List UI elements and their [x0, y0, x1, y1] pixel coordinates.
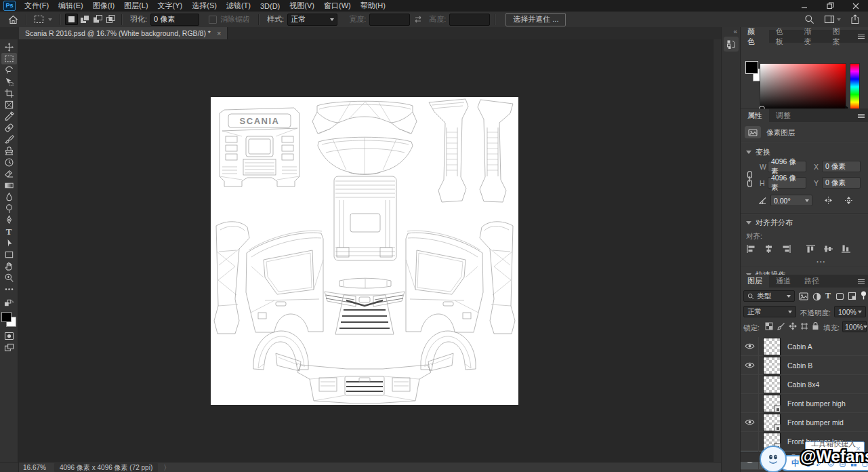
x-value-input[interactable]: 0 像素: [822, 161, 861, 172]
pen-tool[interactable]: [1, 214, 17, 226]
tab-color[interactable]: 颜色: [741, 30, 769, 43]
menu-type[interactable]: 文字(Y): [153, 0, 188, 12]
minimize-button[interactable]: [799, 1, 810, 11]
canvas-vertical-scrollbar[interactable]: [713, 39, 721, 462]
width-value-input[interactable]: 4096 像素: [768, 161, 806, 172]
tab-patterns[interactable]: 图案: [825, 30, 854, 43]
layers-panel-menu-button[interactable]: [854, 275, 868, 288]
layer-thumbnail[interactable]: [763, 338, 781, 355]
lock-artboard-icon[interactable]: [800, 322, 808, 330]
restore-button[interactable]: [825, 1, 835, 11]
rectangle-tool[interactable]: [1, 249, 17, 260]
lasso-tool[interactable]: [1, 64, 17, 76]
preset-chevron-icon[interactable]: [48, 18, 52, 21]
visibility-toggle[interactable]: [741, 337, 759, 355]
blend-mode-dropdown[interactable]: 正常: [743, 306, 796, 317]
color-panel-menu-button[interactable]: [854, 30, 868, 43]
layer-thumbnail[interactable]: [763, 395, 781, 412]
align-more-button[interactable]: ···: [817, 258, 826, 266]
lock-pixels-icon[interactable]: [777, 322, 785, 330]
style-dropdown[interactable]: 正常: [287, 14, 337, 26]
align-section-header[interactable]: 对齐并分布: [746, 218, 793, 228]
document-canvas-image[interactable]: SCANIA: [211, 97, 518, 405]
tab-gradients[interactable]: 渐变: [798, 30, 826, 43]
menu-view[interactable]: 视图(V): [285, 0, 319, 12]
flip-horizontal-icon[interactable]: [823, 196, 833, 205]
align-center-vertical-icon[interactable]: [823, 244, 833, 254]
menu-help[interactable]: 帮助(H): [356, 0, 390, 12]
tab-channels[interactable]: 通道: [769, 275, 798, 288]
ime-logo[interactable]: [760, 446, 787, 472]
menu-image[interactable]: 图像(I): [88, 0, 119, 12]
filter-type-layers-icon[interactable]: T: [825, 291, 831, 301]
zoom-tool[interactable]: [1, 272, 17, 283]
select-and-mask-button[interactable]: 选择并遮住 ...: [505, 13, 566, 26]
selection-mode-subtract[interactable]: [91, 14, 104, 25]
home-button[interactable]: [5, 14, 21, 25]
tab-properties[interactable]: 属性: [741, 109, 769, 122]
swap-dimensions-button[interactable]: [410, 14, 426, 25]
tab-paths[interactable]: 路径: [798, 275, 826, 288]
eraser-tool[interactable]: [1, 168, 17, 180]
brush-tool[interactable]: [1, 134, 17, 145]
saturation-brightness-field[interactable]: [760, 63, 846, 111]
visibility-toggle[interactable]: [741, 394, 759, 412]
menu-window[interactable]: 窗口(W): [319, 0, 356, 12]
layer-filter-kind-dropdown[interactable]: 类型: [743, 290, 795, 302]
crop-tool[interactable]: [1, 87, 17, 99]
panel-foreground-swatch[interactable]: [745, 61, 758, 74]
tab-close-icon[interactable]: ×: [217, 29, 221, 37]
menu-select[interactable]: 选择(S): [187, 0, 222, 12]
align-right-icon[interactable]: [781, 244, 791, 254]
tab-swatches[interactable]: 色板: [769, 30, 798, 43]
visibility-toggle[interactable]: [741, 413, 759, 431]
lock-transparent-icon[interactable]: [765, 322, 773, 330]
align-bottom-icon[interactable]: [841, 244, 851, 254]
hue-slider[interactable]: [850, 63, 860, 111]
close-window-button[interactable]: [850, 1, 861, 11]
menu-layer[interactable]: 图层(L): [119, 0, 152, 12]
align-left-icon[interactable]: [746, 244, 756, 254]
layer-row[interactable]: Front bumper mid: [741, 413, 868, 432]
foreground-color-swatch[interactable]: [1, 312, 12, 322]
properties-panel-menu-button[interactable]: [854, 109, 868, 122]
y-value-input[interactable]: 0 像素: [822, 177, 861, 189]
layer-row[interactable]: Cabin 8x4: [741, 375, 868, 394]
link-dimensions-button[interactable]: [744, 164, 755, 194]
spot-healing-brush-tool[interactable]: [1, 122, 17, 134]
visibility-toggle[interactable]: [741, 356, 759, 374]
angle-input[interactable]: 0.00°: [770, 195, 812, 206]
gradient-tool[interactable]: [1, 180, 17, 191]
clone-stamp-tool[interactable]: [1, 145, 17, 157]
workspace-switcher[interactable]: [824, 15, 841, 24]
filtering-toggle[interactable]: [861, 291, 867, 300]
hand-tool[interactable]: [1, 260, 17, 272]
tab-layers[interactable]: 图层: [741, 275, 769, 288]
edit-toolbar-button[interactable]: [1, 283, 17, 295]
history-brush-tool[interactable]: [1, 157, 17, 168]
path-selection-tool[interactable]: [1, 237, 17, 249]
zoom-level[interactable]: 16.67%: [23, 464, 46, 471]
opacity-input[interactable]: 100%: [834, 306, 866, 317]
rectangular-marquee-tool[interactable]: [1, 53, 17, 64]
lock-position-icon[interactable]: [789, 322, 797, 330]
selection-mode-add[interactable]: [78, 14, 91, 25]
type-tool[interactable]: T: [1, 226, 17, 237]
document-tab[interactable]: Scania R 2016.psd @ 16.7% (White backgro…: [19, 27, 228, 39]
move-tool[interactable]: [1, 41, 17, 53]
align-center-horizontal-icon[interactable]: [764, 244, 774, 254]
height-input[interactable]: [449, 14, 490, 26]
filter-shape-layers-icon[interactable]: [835, 292, 844, 300]
align-top-icon[interactable]: [806, 244, 816, 254]
layer-thumbnail[interactable]: [763, 414, 781, 431]
filter-adjustment-layers-icon[interactable]: [812, 292, 821, 301]
width-input[interactable]: [369, 14, 410, 26]
filter-smart-objects-icon[interactable]: [848, 292, 856, 300]
lock-all-icon[interactable]: [812, 321, 819, 330]
feather-input[interactable]: 0 像素: [150, 14, 199, 26]
flip-vertical-icon[interactable]: [844, 196, 854, 205]
menu-edit[interactable]: 编辑(E): [54, 0, 88, 12]
dodge-tool[interactable]: [1, 203, 17, 214]
layer-row[interactable]: Front bumper high: [741, 394, 868, 413]
color-swatches[interactable]: [1, 312, 16, 327]
